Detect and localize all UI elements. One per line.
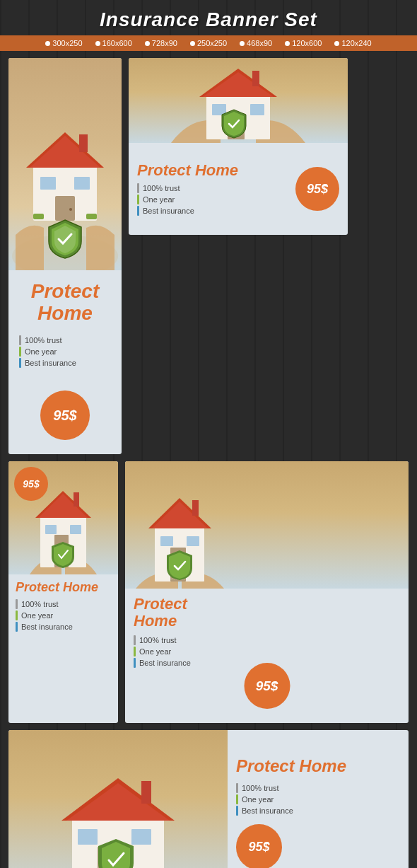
bar-b2-trust — [137, 183, 139, 193]
feature-row-b3-1: 100% trust — [16, 599, 111, 609]
bar-trust — [19, 335, 21, 345]
size-300x250: 300x250 — [45, 39, 82, 47]
headline-b1: Protect Home — [19, 281, 111, 325]
price-circle-b2: 95$ — [295, 167, 339, 211]
feature-row-b3-2: One year — [16, 611, 111, 620]
size-728x90: 728x90 — [145, 39, 177, 47]
bar-b4-year — [134, 647, 136, 656]
banner-wide-content: Protect Home 100% trust One year Best in… — [228, 730, 409, 868]
row-1: envato Protect Home — [8, 58, 409, 454]
svg-rect-31 — [192, 500, 199, 516]
features-b2: 100% trust One year Best insurance — [137, 183, 238, 216]
svg-rect-6 — [74, 177, 90, 190]
price-circle-b3: 95$ — [14, 467, 48, 501]
features-wide: 100% trust One year Best insurance — [236, 782, 400, 817]
bar-b2-year — [137, 195, 139, 204]
size-120x240: 120x240 — [334, 39, 371, 47]
dot — [240, 41, 245, 46]
feature-row-w-3: Best insurance — [236, 806, 400, 816]
banner-250x250: 95$ Protec — [8, 461, 118, 723]
feature-row-1: 100% trust — [19, 335, 111, 345]
banner-wide-photo: envato — [8, 730, 228, 868]
feature-row-b4-2: One year — [134, 647, 400, 656]
dot — [285, 41, 290, 46]
bar-b3-year — [16, 611, 18, 620]
page-title: Insurance Banner Set — [0, 0, 417, 35]
bar-b2-insurance — [137, 206, 139, 216]
bar-b4-insurance — [134, 658, 136, 668]
svg-marker-14 — [203, 72, 274, 97]
row-3: envato Protect Home 100% trust — [8, 730, 409, 868]
shield-icon-b3 — [51, 540, 76, 569]
svg-marker-38 — [66, 783, 170, 821]
feature-row-b2-2: One year — [137, 195, 238, 204]
svg-rect-7 — [55, 196, 75, 221]
bar-year — [19, 347, 21, 357]
svg-rect-40 — [78, 829, 98, 845]
shield-icon-b1 — [47, 219, 83, 260]
svg-marker-23 — [38, 494, 88, 518]
shield-icon-b4 — [165, 549, 194, 581]
banner-468x90-large: envato Protect Home 100% trust — [8, 730, 409, 868]
size-250x250: 250x250 — [190, 39, 227, 47]
dot — [95, 41, 100, 46]
features-b1: 100% trust One year Best insurance — [19, 335, 111, 368]
size-468x90: 468x90 — [240, 39, 272, 47]
feature-row-w-1: 100% trust — [236, 783, 400, 793]
bar-w-year — [236, 794, 238, 804]
shield-icon-b2 — [221, 108, 247, 139]
svg-rect-33 — [187, 536, 199, 546]
size-120x600: 120x600 — [285, 39, 322, 47]
svg-rect-25 — [45, 525, 57, 534]
features-b3: 100% trust One year Best insurance — [16, 599, 111, 632]
dot — [334, 41, 339, 46]
svg-rect-10 — [86, 214, 97, 219]
banners-container: envato Protect Home — [0, 51, 417, 868]
bar-w-insurance — [236, 806, 238, 816]
headline-b3: Protect Home — [16, 580, 111, 595]
content-b3: Protect Home 100% trust One year Best in… — [8, 574, 118, 639]
svg-rect-4 — [79, 134, 88, 152]
price-circle-wide: 95$ — [236, 824, 282, 868]
bar-b3-insurance — [16, 622, 18, 632]
feature-row-b2-1: 100% trust — [137, 183, 238, 193]
feature-row-b2-3: Best insurance — [137, 206, 238, 216]
price-circle-b4: 95$ — [244, 663, 290, 709]
svg-point-8 — [69, 208, 72, 211]
svg-rect-24 — [74, 492, 79, 507]
svg-rect-9 — [33, 214, 44, 219]
headline-b2: Protect Home — [137, 161, 238, 180]
feature-row-3: Best insurance — [19, 358, 111, 368]
size-bar: 300x250 160x600 728x90 250x250 468x90 12… — [0, 35, 417, 51]
feature-row-w-2: One year — [236, 794, 400, 804]
banner-300x250: envato Protect Home 100% trust — [129, 58, 348, 235]
svg-rect-17 — [250, 104, 264, 115]
svg-rect-26 — [70, 525, 81, 534]
svg-rect-39 — [141, 781, 151, 804]
dot — [145, 41, 150, 46]
content-b4: Protect Home 100% trust One year Best in… — [125, 589, 409, 723]
banner-120x600: envato Protect Home 100% trust — [125, 461, 409, 723]
bar-insurance — [19, 358, 21, 368]
headline-wide: Protect Home — [236, 756, 400, 776]
svg-rect-32 — [160, 536, 173, 546]
bar-w-trust — [236, 783, 238, 793]
banner-160x600: envato Protect Home — [8, 58, 122, 454]
svg-marker-3 — [30, 136, 100, 168]
dot — [190, 41, 195, 46]
svg-rect-5 — [40, 177, 56, 190]
dot — [45, 41, 50, 46]
svg-marker-30 — [152, 502, 208, 528]
bar-b3-trust — [16, 599, 18, 609]
price-circle-b1: 95$ — [40, 390, 90, 440]
svg-rect-15 — [252, 71, 259, 86]
feature-row-b4-1: 100% trust — [134, 635, 400, 645]
shield-icon-wide — [97, 838, 136, 868]
row-2: 95$ Protec — [8, 461, 409, 723]
bar-b4-trust — [134, 635, 136, 645]
headline-b4: Protect Home — [134, 596, 400, 630]
size-160x600: 160x600 — [95, 39, 132, 47]
feature-row-2: One year — [19, 347, 111, 357]
feature-row-b3-3: Best insurance — [16, 622, 111, 632]
